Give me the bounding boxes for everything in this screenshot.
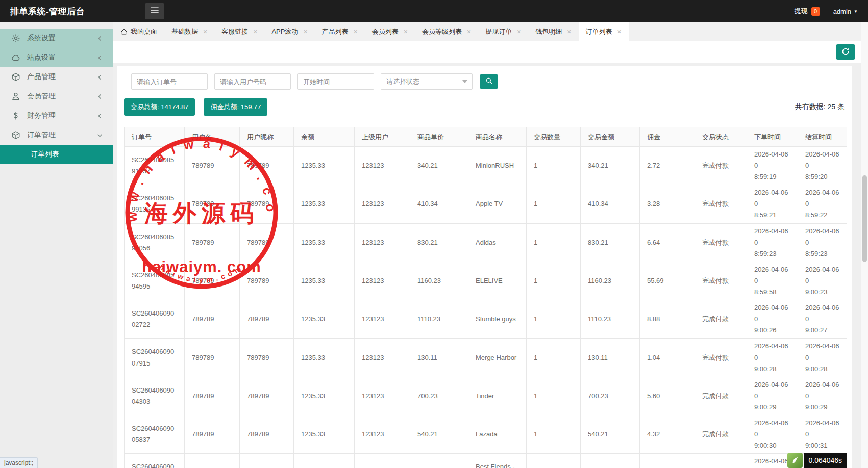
sidebar-item-label: 财务管理 [27, 111, 56, 120]
table-row: SC260406090 043037897897897891235.331231… [125, 377, 847, 415]
refresh-button[interactable] [836, 44, 855, 60]
cell-trade-status: 完成付款 [695, 223, 747, 262]
cell-parent-user: 123123 [355, 223, 410, 262]
cell-trade-qty: 1 [527, 454, 581, 468]
cell-trade-amount: 340.21 [581, 147, 640, 185]
search-button[interactable] [480, 74, 498, 89]
user-icon [11, 92, 20, 101]
cell-unit-price: 700.23 [410, 377, 468, 415]
cell-order-time: 2026-04-06 0 9:00:26 [747, 300, 798, 339]
col-header-nickname: 用户昵称 [240, 127, 294, 147]
tab-order-list[interactable]: 订单列表× [579, 22, 629, 41]
tab-app-scroll[interactable]: APP滚动× [264, 22, 314, 41]
cell-order-time: 2026-04-06 0 9:00:28 [747, 339, 798, 377]
tab-close-icon[interactable]: × [303, 28, 307, 35]
cell-trade-status: 完成付款 [695, 415, 747, 453]
cell-commission: 5.60 [640, 377, 695, 415]
tab-close-icon[interactable]: × [253, 28, 257, 35]
user-menu[interactable]: admin ▼ [833, 8, 858, 15]
cell-username: 789789 [185, 339, 240, 377]
cell-order-time: 2026-04-06 0 9:00:29 [747, 377, 798, 415]
cell-settle-time: 2026-04-06 0 9:00:23 [798, 262, 847, 300]
cell-unit-price: 340.21 [410, 147, 468, 185]
thinkphp-leaf-icon [787, 453, 803, 468]
status-select[interactable]: 请选择状态 [381, 73, 473, 90]
sidebar-item-order-management[interactable]: 订单管理 [0, 125, 113, 145]
cell-trade-status: 完成付款 [695, 185, 747, 223]
tab-member-list[interactable]: 会员列表× [365, 22, 415, 41]
cell-trade-qty: 1 [527, 415, 581, 453]
vertical-scrollbar[interactable] [861, 22, 868, 468]
user-no-input[interactable] [214, 73, 291, 90]
col-header-unit-price: 商品单价 [410, 127, 468, 147]
cell-parent-user: 123123 [355, 262, 410, 300]
sidebar-subitem-order-list[interactable]: 订单列表 [0, 145, 113, 164]
sidebar-item-system-settings[interactable]: 系统设置 [0, 29, 113, 48]
cell-commission: 4.32 [640, 415, 695, 453]
tab-close-icon[interactable]: × [567, 28, 571, 35]
cell-commission: 8.88 [640, 300, 695, 339]
cell-username: 789789 [185, 185, 240, 223]
start-time-input[interactable] [297, 73, 374, 90]
status-link-hint: javascript:; [0, 457, 38, 468]
sidebar-item-product-management[interactable]: 产品管理 [0, 67, 113, 87]
total-count-text: 共有数据: 25 条 [795, 102, 846, 112]
tab-service-link[interactable]: 客服链接× [214, 22, 264, 41]
cell-trade-status: 完成付款 [695, 377, 747, 415]
withdraw-button[interactable]: 提现 0 [795, 7, 820, 16]
cell-username: 789789 [185, 300, 240, 339]
cell-nickname: 789789 [240, 147, 294, 185]
withdraw-count-badge: 0 [811, 7, 820, 16]
cell-parent-user: 123123 [355, 147, 410, 185]
col-header-settle-time: 结算时间 [798, 127, 847, 147]
tab-close-icon[interactable]: × [467, 28, 471, 35]
tab-label: 订单列表 [586, 27, 612, 36]
tab-close-icon[interactable]: × [617, 28, 622, 35]
tab-label: 会员等级列表 [422, 27, 462, 36]
sidebar-item-member-management[interactable]: 会员管理 [0, 87, 113, 106]
sidebar: 系统设置站点设置产品管理会员管理财务管理订单管理订单列表 [0, 22, 113, 468]
tab-member-level-list[interactable]: 会员等级列表× [415, 22, 478, 41]
cell-product-name: Adidas [468, 223, 527, 262]
col-header-order-no: 订单号 [125, 127, 185, 147]
tab-wallet-detail[interactable]: 钱包明细× [528, 22, 578, 41]
cell-settle-time: 2026-04-06 0 9:00:27 [798, 300, 847, 339]
order-no-input[interactable] [131, 73, 208, 90]
tab-my-desktop[interactable]: 我的桌面 [113, 22, 164, 41]
tab-withdraw-orders[interactable]: 提现订单× [478, 22, 528, 41]
filter-row: 请选择状态 [131, 73, 846, 90]
cell-trade-amount: 540.21 [581, 415, 640, 453]
table-row: SC260406090 058377897897897891235.331231… [125, 415, 847, 453]
cell-order-no: SC260406085 94056 [125, 223, 185, 262]
cell-product-name: MinionRUSH [468, 147, 527, 185]
cell-trade-qty: 1 [527, 185, 581, 223]
cell-product-name: ELELIVE [468, 262, 527, 300]
table-row: SC260406090 094237897897897891235.331231… [125, 454, 847, 468]
scrollbar-thumb[interactable] [862, 175, 867, 262]
cell-username: 789789 [185, 223, 240, 262]
tab-product-list[interactable]: 产品列表× [315, 22, 365, 41]
cell-settle-time: 2026-04-06 0 9:00:28 [798, 339, 847, 377]
tab-close-icon[interactable]: × [203, 28, 207, 35]
count-unit: 条 [837, 102, 845, 111]
cell-trade-qty: 1 [527, 223, 581, 262]
tab-basic-data[interactable]: 基础数据× [164, 22, 214, 41]
sidebar-toggle-button[interactable] [145, 3, 164, 19]
withdraw-label: 提现 [795, 7, 808, 16]
home-icon [120, 28, 128, 35]
tab-close-icon[interactable]: × [404, 28, 408, 35]
cell-settle-time: 2026-04-06 0 8:59:22 [798, 185, 847, 223]
cell-product-name: Lazada [468, 415, 527, 453]
cube-icon [11, 131, 20, 140]
sidebar-item-site-settings[interactable]: 站点设置 [0, 48, 113, 67]
cell-commission: 2.00 [640, 454, 695, 468]
cell-product-name: Merge Harbor [468, 339, 527, 377]
commission-total-button[interactable]: 佣金总额: 159.77 [204, 98, 267, 116]
trade-total-button[interactable]: 交易总额: 14174.87 [124, 98, 195, 116]
cell-commission: 3.28 [640, 185, 695, 223]
debug-timer-badge[interactable]: 0.064046s [787, 453, 847, 468]
tab-close-icon[interactable]: × [517, 28, 521, 35]
sidebar-item-finance-management[interactable]: 财务管理 [0, 106, 113, 125]
cell-trade-status: 完成付款 [695, 339, 747, 377]
tab-close-icon[interactable]: × [354, 28, 358, 35]
